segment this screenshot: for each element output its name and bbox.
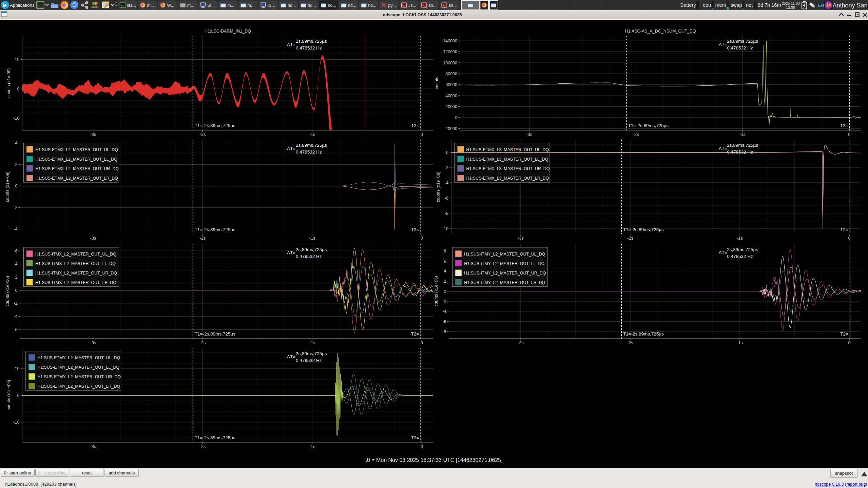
svg-text:-3s: -3s [526,132,532,137]
svg-text:counts: counts [435,77,439,89]
svg-text:T1=-2s,89ms,725µs: T1=-2s,89ms,725µs [623,227,664,232]
svg-text:40000: 40000 [445,94,457,98]
svg-text:H1:SUS-ETMX_L3_MASTER_OUT_LL_D: H1:SUS-ETMX_L3_MASTER_OUT_LL_DQ [466,157,548,162]
svg-text:-2: -2 [445,165,448,170]
svg-text:13:06: 13:06 [786,5,795,9]
svg-text:ΔT=: ΔT= [287,146,295,151]
svg-text:0: 0 [446,150,448,155]
svg-text:-10: -10 [442,226,448,231]
svg-text:-3s: -3s [90,132,96,137]
svg-text:T1=-2s,89ms,725µs: T1=-2s,89ms,725µs [195,435,235,440]
svg-text:ΔT=: ΔT= [287,42,295,47]
svg-text:start online: start online [9,470,31,475]
svg-text:-2s: -2s [633,132,639,137]
svg-text:-2s: -2s [200,341,206,345]
svg-text:nd...: nd... [328,3,336,8]
svg-text:H1:ASC-AS_A_DC_NSUM_OUT_DQ: H1:ASC-AS_A_DC_NSUM_OUT_DQ [625,29,696,34]
svg-text:0.478532 Hz: 0.478532 Hz [296,254,322,259]
svg-text:stop online: stop online [44,470,66,475]
svg-text:reset: reset [82,470,92,475]
svg-text:8: 8 [444,249,446,253]
svg-text:10: 10 [15,57,20,62]
svg-text:0.478532 Hz: 0.478532 Hz [296,149,322,155]
svg-text:-3s: -3s [518,236,523,241]
svg-text:-1s: -1s [309,341,315,345]
svg-text:H1:SUS-ETMX_L3_MASTER_OUT_UL_D: H1:SUS-ETMX_L3_MASTER_OUT_UL_DQ [466,147,549,152]
svg-text:-10: -10 [13,420,19,425]
svg-text:80000: 80000 [445,72,457,76]
svg-text:nd...: nd... [308,3,316,8]
svg-text:T1=-2s,89ms,725µs: T1=-2s,89ms,725µs [195,123,235,128]
svg-text:0: 0 [17,393,20,398]
svg-text:swap: swap [731,2,742,8]
svg-text:ΔT=: ΔT= [287,354,295,359]
svg-text:0: 0 [848,236,851,241]
svg-text:H1:SUS-ITMY_L2_MASTER_OUT_UR_D: H1:SUS-ITMY_L2_MASTER_OUT_UR_DQ [464,271,546,276]
svg-text:-2s: -2s [200,236,206,241]
svg-text:T2=: T2= [840,227,848,232]
svg-text:2s,89ms,725µs: 2s,89ms,725µs [296,143,327,148]
svg-text:T2=: T2= [411,227,419,232]
svg-text:counts (x1e+06): counts (x1e+06) [5,276,10,306]
svg-text:T2=: T2= [411,435,419,440]
svg-text:-2: -2 [442,299,446,304]
svg-text:2: 2 [444,279,446,284]
svg-text:T1=-2s,89ms,725µs: T1=-2s,89ms,725µs [623,331,664,337]
svg-text:-10: -10 [13,116,19,121]
svg-text:0: 0 [455,116,457,120]
svg-text:H1:SUS-ETMY_L2_MASTER_OUT_LR_D: H1:SUS-ETMY_L2_MASTER_OUT_LR_DQ [37,384,120,389]
svg-text:m...: m... [187,3,194,8]
svg-text:Applications: Applications [10,3,35,8]
svg-text:H1:SUS-ETMX_L3_MASTER_OUT_LR_D: H1:SUS-ETMX_L3_MASTER_OUT_LR_DQ [466,176,549,181]
svg-text:2s,89ms,725µs: 2s,89ms,725µs [296,247,327,252]
svg-text:2s,89ms,725µs: 2s,89ms,725µs [727,39,758,44]
svg-text:2025-11-03: 2025-11-03 [782,1,800,5]
svg-text:0: 0 [15,288,18,293]
svg-text:-2s: -2s [200,444,206,449]
svg-text:-1s: -1s [740,132,746,137]
svg-text:-3s: -3s [90,341,96,345]
svg-text:nd...: nd... [288,3,296,8]
svg-text:ΔT=: ΔT= [287,250,295,255]
svg-text:-8: -8 [442,329,446,334]
svg-text:-3s: -3s [90,236,96,241]
svg-text:-3s: -3s [90,444,96,449]
svg-text:0: 0 [17,87,20,92]
svg-text:H1:SUS-ETMX_L2_MASTER_OUT_UR_D: H1:SUS-ETMX_L2_MASTER_OUT_UR_DQ [35,166,119,171]
svg-text:counts (x1e+09): counts (x1e+09) [5,171,10,202]
svg-text:0.478532 Hz: 0.478532 Hz [727,45,753,50]
svg-text:2s,89ms,725µs: 2s,89ms,725µs [727,143,758,148]
svg-text:6: 6 [15,249,18,253]
svg-text:-2s: -2s [627,236,633,241]
svg-text:-2s: -2s [200,132,206,137]
svg-text:ndscope: LOCKLOSS 1446230271.0: ndscope: LOCKLOSS 1446230271.0625 [383,13,462,17]
svg-text:-3s: -3s [518,341,523,345]
svg-text:ΔT=: ΔT= [719,146,727,151]
svg-text:0.478532 Hz: 0.478532 Hz [727,149,753,155]
svg-text:H1:SUS-ITMY_L2_MASTER_OUT_LR_D: H1:SUS-ITMY_L2_MASTER_OUT_LR_DQ [464,280,545,285]
svg-text:H1:SUS-ETMX_L2_MASTER_OUT_LL_D: H1:SUS-ETMX_L2_MASTER_OUT_LL_DQ [35,157,117,162]
svg-text:140000: 140000 [443,39,457,43]
svg-text:60000: 60000 [445,82,457,87]
svg-text:H1:SUS-ITMY_L2_MASTER_OUT_LL_D: H1:SUS-ITMY_L2_MASTER_OUT_LL_DQ [464,261,544,266]
svg-text:snapshot: snapshot [835,471,853,476]
svg-text:py...: py... [388,3,396,8]
svg-text:-4: -4 [14,227,17,231]
svg-text:2s,89ms,725µs: 2s,89ms,725µs [296,351,327,356]
svg-text:0: 0 [421,444,423,449]
svg-text:H1:SUS-ETMY_L2_MASTER_OUT_UR_D: H1:SUS-ETMY_L2_MASTER_OUT_UR_DQ [37,374,121,379]
svg-text:cpu: cpu [703,2,711,8]
svg-text:0.478532 Hz: 0.478532 Hz [296,45,322,50]
svg-text:0: 0 [15,184,18,188]
svg-text:-1s: -1s [309,236,315,241]
svg-text:t0 = Mon Nov 03 2025 18:37:33: t0 = Mon Nov 03 2025 18:37:33 UTC [14462… [365,457,502,463]
svg-text:4: 4 [444,269,446,273]
svg-text:T2=: T2= [840,331,848,337]
svg-text:H1:SUS-ITMX_L2_MASTER_OUT_UL_D: H1:SUS-ITMX_L2_MASTER_OUT_UL_DQ [35,252,116,257]
svg-text:T2=: T2= [411,331,419,337]
svg-text:ΔT=: ΔT= [719,42,727,47]
svg-text:EN: EN [818,3,824,8]
svg-text:m...: m... [227,3,234,8]
svg-text:10: 10 [15,366,20,371]
svg-text:T1=-2s,89ms,725µs: T1=-2s,89ms,725µs [628,123,669,128]
